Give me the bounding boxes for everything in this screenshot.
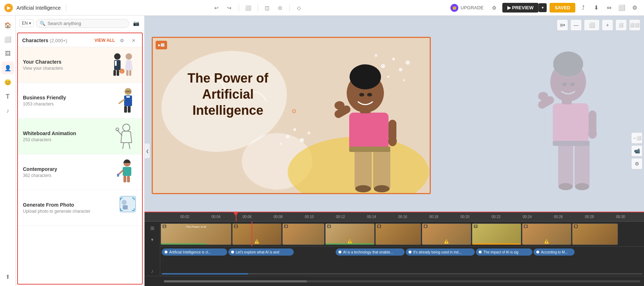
char-card-whiteboard[interactable]: Whiteboard Animation 253 characters [18, 119, 142, 154]
timeline-audio-row: Artificial Intelligence is cl... Let's e… [160, 247, 644, 257]
enter-fullscreen-button[interactable]: →⬜ [631, 132, 643, 144]
sidebar-media-button[interactable]: 🖼 [1, 47, 14, 60]
language-selector[interactable]: EN ▾ [19, 19, 34, 27]
audio-text-2: Let's explore what AI is and [236, 250, 279, 254]
svg-point-72 [374, 185, 390, 192]
upgrade-label: UPGRADE [460, 5, 483, 10]
timeline-grid-button[interactable]: ⊞ [147, 223, 157, 233]
saved-button[interactable]: SAVED [550, 3, 575, 13]
timeline-slide-4[interactable]: 4 ⚠️ [325, 223, 375, 245]
app-title: Artificial Intelligence [16, 5, 61, 11]
timeline-slide-1[interactable]: 1 The Power of AI [161, 223, 231, 245]
search-icon: 🔍 [40, 21, 45, 26]
sidebar-characters-button[interactable]: 👤 [1, 61, 14, 74]
preview-button[interactable]: ▶ PREVIEW [502, 3, 539, 13]
sidebar-slides-button[interactable]: ⬜ [1, 33, 14, 46]
audio-text-4: It's already being used in ind... [413, 250, 462, 254]
slide-4-thumb: 4 ⚠️ [326, 224, 374, 245]
timeline-music-button[interactable]: ♪ [147, 266, 157, 276]
multi-slide-button[interactable]: ⬜⬜ [629, 19, 640, 31]
bottom-scrollbar-track[interactable] [164, 280, 640, 282]
plus-button[interactable]: + [602, 19, 613, 31]
search-input[interactable] [48, 21, 125, 26]
bottom-scrollbar-thumb[interactable] [164, 280, 307, 282]
sidebar-text-button[interactable]: T [1, 90, 14, 103]
slide-canvas[interactable]: ▶⬜ [152, 37, 431, 194]
svg-rect-8 [129, 70, 131, 76]
language-label: EN [22, 21, 28, 26]
timeline-slide-6[interactable]: 6 ⚠️ [422, 223, 471, 245]
topbar-right-controls: 👑 UPGRADE ⚙ ▶ PREVIEW ▾ SAVED ⤴ ⬇ ⇔ ⬜ ⚙ [448, 3, 640, 13]
audio-segment-5[interactable]: The impact of AI is sig [476, 248, 532, 256]
redo-button[interactable]: ↪ [224, 3, 234, 13]
char-card-contemporary[interactable]: Contemporary 362 characters [18, 154, 142, 190]
audio-segment-2[interactable]: Let's explore what AI is and [228, 248, 294, 256]
upgrade-button[interactable]: 👑 UPGRADE [448, 3, 486, 13]
audio-text-1: Artificial Intelligence is cl... [169, 250, 211, 254]
char-card-your-characters[interactable]: Your Characters View your characters [18, 47, 142, 83]
video-button[interactable]: 📹 [631, 145, 643, 157]
share-button[interactable]: ⤴ [578, 3, 588, 13]
download-button[interactable]: ⬇ [591, 3, 601, 13]
timeline-collapse-button[interactable]: ▾ [147, 235, 157, 245]
undo-button[interactable]: ↩ [211, 3, 221, 13]
slide-6-thumb: 6 ⚠️ [422, 224, 471, 245]
mark-0016: 00:16 [398, 215, 407, 219]
fullscreen-button[interactable]: ⬜ [617, 3, 627, 13]
timeline-scrollbar-thumb[interactable] [162, 273, 248, 275]
canvas-wrapper: ▶⬜ [145, 16, 644, 212]
slide-1-thumb: 1 The Power of AI [161, 224, 231, 245]
resize-button[interactable]: ⇔ [604, 3, 614, 13]
timeline-slide-8[interactable]: 8 ⚠️ [522, 223, 571, 245]
fit-button[interactable]: ⬜ [584, 19, 600, 31]
char-card-business-friendly[interactable]: Business Friendly 1053 characters [18, 83, 142, 119]
audio-segment-3[interactable]: AI is a technology that enable... [336, 248, 405, 256]
timeline-slides-row: 1 The Power of AI 2 ⚠️ [160, 222, 644, 247]
copy-button[interactable]: ⬜ [243, 3, 253, 13]
svg-point-50 [375, 54, 377, 57]
single-slide-button[interactable]: ⬜ [615, 19, 627, 31]
sidebar-music-button[interactable]: ♪ [1, 104, 14, 117]
char-card-generate-from-photo[interactable]: Generate From Photo Upload photo to gene… [18, 190, 142, 226]
characters-close-button[interactable]: ✕ [129, 36, 138, 45]
audio-segment-4[interactable]: It's already being used in ind... [406, 248, 475, 256]
svg-point-20 [123, 124, 130, 131]
svg-rect-2 [113, 70, 116, 76]
canvas-settings-button[interactable]: ⚙ [631, 158, 643, 169]
more-settings-button[interactable]: ⚙ [630, 3, 640, 13]
sidebar-home-button[interactable]: 🏠 [1, 19, 14, 31]
char-image-whiteboard [108, 123, 137, 150]
grid-view-button[interactable]: ⊞▾ [557, 19, 568, 31]
audio-segment-6[interactable]: According to M... [533, 248, 575, 256]
char-subtitle-generate-from-photo: Upload photo to generate character [23, 209, 108, 214]
timeline-slide-9[interactable]: 9 [572, 223, 618, 245]
mark-0006: 00:06 [243, 215, 252, 219]
camera-button[interactable]: 📷 [131, 19, 141, 28]
minus-button[interactable]: — [570, 19, 582, 31]
layers-button[interactable]: ◫ [262, 3, 272, 13]
sidebar-emoji-button[interactable]: 😊 [1, 76, 14, 89]
mark-0026: 00:26 [554, 215, 563, 219]
sidebar-upload-button[interactable]: ⬆ [1, 270, 14, 283]
color-button[interactable]: ⊙ [275, 3, 285, 13]
main-area: 🏠 ⬜ 🖼 👤 😊 T ♪ ⬆ EN ▾ 🔍 📷 Char [0, 16, 644, 286]
timeline-slide-2[interactable]: 2 ⚠️ [232, 223, 282, 245]
timeline-slide-7[interactable]: 7 [472, 223, 521, 245]
timeline-gutter: ⊞ ▾ ♪ [145, 222, 160, 276]
section-title: Characters (2,000+) [22, 38, 67, 43]
svg-rect-30 [127, 176, 130, 182]
search-box: 🔍 [36, 19, 129, 28]
panel-collapse-button[interactable]: ❮ [145, 143, 150, 159]
settings-button[interactable]: ⚙ [489, 3, 499, 13]
svg-point-71 [355, 185, 371, 192]
timeline-slide-5[interactable]: 5 [375, 223, 421, 245]
svg-point-69 [367, 93, 372, 97]
characters-config-button[interactable]: ⚙ [118, 36, 126, 45]
char-info-generate-from-photo: Generate From Photo Upload photo to gene… [23, 202, 108, 214]
audio-segment-1[interactable]: Artificial Intelligence is cl... [162, 248, 227, 256]
preview-dropdown-button[interactable]: ▾ [538, 3, 547, 12]
view-all-button[interactable]: VIEW ALL [94, 38, 115, 43]
timeline-slide-3[interactable]: 3 [282, 223, 325, 245]
theme-button[interactable]: ◇ [294, 3, 304, 13]
svg-rect-74 [575, 141, 590, 187]
